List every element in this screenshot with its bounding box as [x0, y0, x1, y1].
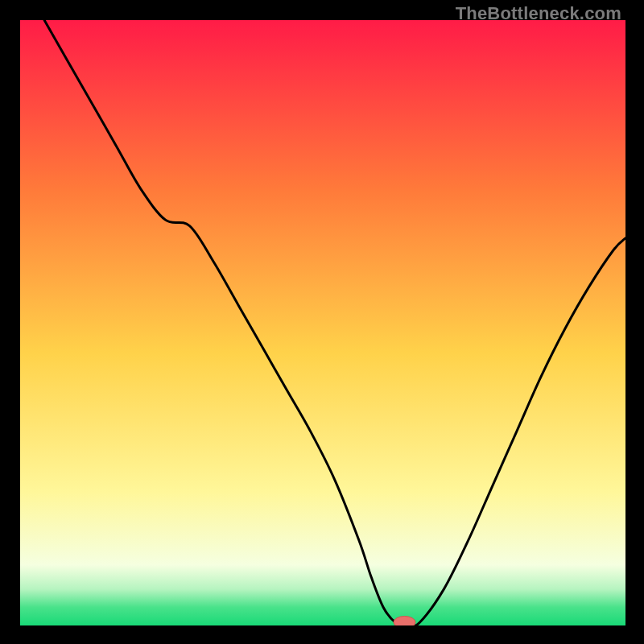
gradient-background: [20, 20, 625, 625]
watermark-text: TheBottleneck.com: [456, 3, 621, 24]
chart-svg: [20, 20, 625, 625]
optimal-point-marker: [394, 616, 415, 625]
chart-frame: [20, 20, 625, 625]
